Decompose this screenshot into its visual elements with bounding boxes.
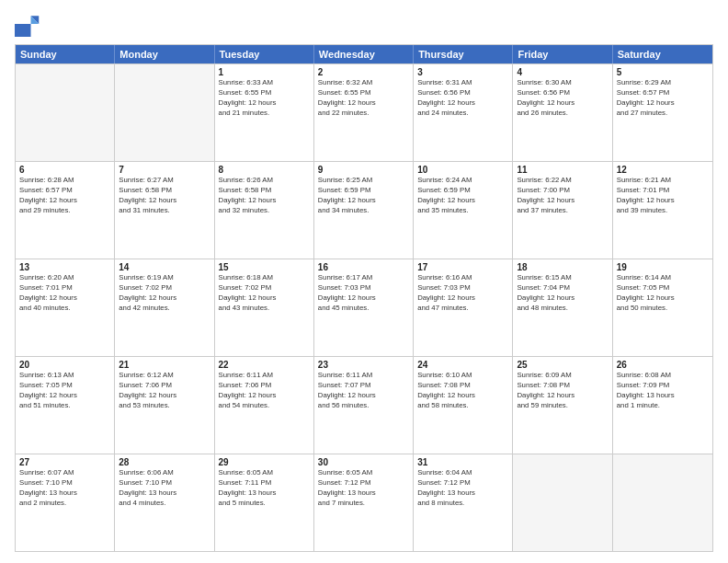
cal-cell: 23Sunrise: 6:11 AM Sunset: 7:07 PM Dayli… (314, 357, 414, 454)
calendar-body: 1Sunrise: 6:33 AM Sunset: 6:55 PM Daylig… (16, 63, 712, 551)
cal-cell: 16Sunrise: 6:17 AM Sunset: 7:03 PM Dayli… (314, 259, 414, 356)
cal-cell: 21Sunrise: 6:12 AM Sunset: 7:06 PM Dayli… (115, 357, 214, 454)
cell-info: Sunrise: 6:27 AM Sunset: 6:58 PM Dayligh… (119, 176, 210, 216)
cell-info: Sunrise: 6:17 AM Sunset: 7:03 PM Dayligh… (318, 273, 409, 314)
cal-cell: 22Sunrise: 6:11 AM Sunset: 7:06 PM Dayli… (215, 357, 314, 454)
cell-info: Sunrise: 6:21 AM Sunset: 7:01 PM Dayligh… (617, 176, 709, 216)
cal-cell (613, 454, 712, 551)
cell-info: Sunrise: 6:15 AM Sunset: 7:04 PM Dayligh… (517, 273, 608, 314)
cell-date: 11 (517, 165, 608, 175)
cell-info: Sunrise: 6:29 AM Sunset: 6:57 PM Dayligh… (617, 78, 709, 119)
page: Sunday Monday Tuesday Wednesday Thursday… (0, 0, 728, 563)
cal-cell: 15Sunrise: 6:18 AM Sunset: 7:02 PM Dayli… (215, 259, 314, 356)
cal-cell: 9Sunrise: 6:25 AM Sunset: 6:59 PM Daylig… (314, 162, 414, 259)
cell-info: Sunrise: 6:07 AM Sunset: 7:10 PM Dayligh… (19, 468, 110, 509)
cell-info: Sunrise: 6:25 AM Sunset: 6:59 PM Dayligh… (318, 176, 409, 216)
cell-info: Sunrise: 6:12 AM Sunset: 7:06 PM Dayligh… (119, 371, 210, 411)
cell-date: 13 (19, 262, 110, 272)
cell-date: 25 (517, 360, 608, 370)
cell-date: 12 (617, 165, 709, 175)
cell-info: Sunrise: 6:10 AM Sunset: 7:08 PM Dayligh… (417, 371, 508, 411)
cal-cell: 5Sunrise: 6:29 AM Sunset: 6:57 PM Daylig… (613, 64, 712, 161)
header-wednesday: Wednesday (314, 45, 414, 63)
cal-cell: 11Sunrise: 6:22 AM Sunset: 7:00 PM Dayli… (513, 162, 612, 259)
cell-date: 14 (119, 262, 210, 272)
cal-cell: 26Sunrise: 6:08 AM Sunset: 7:09 PM Dayli… (613, 357, 712, 454)
cal-cell: 4Sunrise: 6:30 AM Sunset: 6:56 PM Daylig… (513, 64, 612, 161)
cal-cell: 3Sunrise: 6:31 AM Sunset: 6:56 PM Daylig… (414, 64, 513, 161)
cell-info: Sunrise: 6:33 AM Sunset: 6:55 PM Dayligh… (219, 78, 310, 119)
cal-cell: 20Sunrise: 6:13 AM Sunset: 7:05 PM Dayli… (16, 357, 115, 454)
cell-info: Sunrise: 6:32 AM Sunset: 6:55 PM Dayligh… (318, 78, 409, 119)
cell-info: Sunrise: 6:05 AM Sunset: 7:11 PM Dayligh… (219, 468, 310, 509)
cal-cell: 31Sunrise: 6:04 AM Sunset: 7:12 PM Dayli… (414, 454, 513, 551)
cell-date: 9 (318, 165, 409, 175)
logo (15, 11, 44, 37)
cell-info: Sunrise: 6:26 AM Sunset: 6:58 PM Dayligh… (219, 176, 310, 216)
cell-date: 23 (318, 360, 409, 370)
cell-date: 16 (318, 262, 409, 272)
cal-cell: 24Sunrise: 6:10 AM Sunset: 7:08 PM Dayli… (414, 357, 513, 454)
cell-info: Sunrise: 6:06 AM Sunset: 7:10 PM Dayligh… (119, 468, 210, 509)
cell-date: 21 (119, 360, 210, 370)
cell-info: Sunrise: 6:19 AM Sunset: 7:02 PM Dayligh… (119, 273, 210, 314)
cal-cell: 27Sunrise: 6:07 AM Sunset: 7:10 PM Dayli… (16, 454, 115, 551)
cell-date: 3 (417, 67, 508, 77)
cal-cell: 7Sunrise: 6:27 AM Sunset: 6:58 PM Daylig… (115, 162, 214, 259)
cell-date: 17 (417, 262, 508, 272)
cell-date: 27 (19, 457, 110, 467)
cal-cell: 1Sunrise: 6:33 AM Sunset: 6:55 PM Daylig… (215, 64, 314, 161)
cell-date: 31 (417, 457, 508, 467)
cell-info: Sunrise: 6:18 AM Sunset: 7:02 PM Dayligh… (219, 273, 310, 314)
cell-date: 15 (219, 262, 310, 272)
cell-date: 30 (318, 457, 409, 467)
cal-cell: 13Sunrise: 6:20 AM Sunset: 7:01 PM Dayli… (16, 259, 115, 356)
cal-cell: 19Sunrise: 6:14 AM Sunset: 7:05 PM Dayli… (613, 259, 712, 356)
cell-date: 22 (219, 360, 310, 370)
cell-info: Sunrise: 6:11 AM Sunset: 7:06 PM Dayligh… (219, 371, 310, 411)
cal-cell (115, 64, 214, 161)
header-friday: Friday (513, 45, 612, 63)
cell-date: 24 (417, 360, 508, 370)
logo-icon (15, 11, 40, 37)
calendar-header: Sunday Monday Tuesday Wednesday Thursday… (16, 45, 712, 63)
cell-info: Sunrise: 6:04 AM Sunset: 7:12 PM Dayligh… (417, 468, 508, 509)
header-saturday: Saturday (613, 45, 712, 63)
calendar: Sunday Monday Tuesday Wednesday Thursday… (15, 44, 713, 552)
cell-info: Sunrise: 6:08 AM Sunset: 7:09 PM Dayligh… (617, 371, 709, 411)
cell-date: 1 (219, 67, 310, 77)
calendar-row-4: 27Sunrise: 6:07 AM Sunset: 7:10 PM Dayli… (16, 454, 712, 551)
cal-cell: 28Sunrise: 6:06 AM Sunset: 7:10 PM Dayli… (115, 454, 214, 551)
cell-date: 5 (617, 67, 709, 77)
cal-cell: 30Sunrise: 6:05 AM Sunset: 7:12 PM Dayli… (314, 454, 414, 551)
cell-info: Sunrise: 6:13 AM Sunset: 7:05 PM Dayligh… (19, 371, 110, 411)
cell-date: 10 (417, 165, 508, 175)
header-monday: Monday (115, 45, 214, 63)
cell-date: 28 (119, 457, 210, 467)
calendar-row-1: 6Sunrise: 6:28 AM Sunset: 6:57 PM Daylig… (16, 161, 712, 259)
cell-info: Sunrise: 6:22 AM Sunset: 7:00 PM Dayligh… (517, 176, 608, 216)
cell-date: 19 (617, 262, 709, 272)
calendar-row-0: 1Sunrise: 6:33 AM Sunset: 6:55 PM Daylig… (16, 63, 712, 161)
cal-cell: 6Sunrise: 6:28 AM Sunset: 6:57 PM Daylig… (16, 162, 115, 259)
calendar-row-2: 13Sunrise: 6:20 AM Sunset: 7:01 PM Dayli… (16, 259, 712, 356)
cell-date: 18 (517, 262, 608, 272)
cal-cell: 8Sunrise: 6:26 AM Sunset: 6:58 PM Daylig… (215, 162, 314, 259)
cell-date: 26 (617, 360, 709, 370)
header-thursday: Thursday (414, 45, 513, 63)
cell-date: 29 (219, 457, 310, 467)
cal-cell: 29Sunrise: 6:05 AM Sunset: 7:11 PM Dayli… (215, 454, 314, 551)
cell-date: 7 (119, 165, 210, 175)
cell-info: Sunrise: 6:31 AM Sunset: 6:56 PM Dayligh… (417, 78, 508, 119)
cell-info: Sunrise: 6:28 AM Sunset: 6:57 PM Dayligh… (19, 176, 110, 216)
cal-cell: 12Sunrise: 6:21 AM Sunset: 7:01 PM Dayli… (613, 162, 712, 259)
cell-info: Sunrise: 6:30 AM Sunset: 6:56 PM Dayligh… (517, 78, 608, 119)
cal-cell: 17Sunrise: 6:16 AM Sunset: 7:03 PM Dayli… (414, 259, 513, 356)
header (15, 11, 713, 37)
cal-cell: 10Sunrise: 6:24 AM Sunset: 6:59 PM Dayli… (414, 162, 513, 259)
calendar-row-3: 20Sunrise: 6:13 AM Sunset: 7:05 PM Dayli… (16, 356, 712, 454)
cell-info: Sunrise: 6:20 AM Sunset: 7:01 PM Dayligh… (19, 273, 110, 314)
svg-rect-3 (15, 24, 31, 37)
cell-info: Sunrise: 6:05 AM Sunset: 7:12 PM Dayligh… (318, 468, 409, 509)
cell-date: 2 (318, 67, 409, 77)
